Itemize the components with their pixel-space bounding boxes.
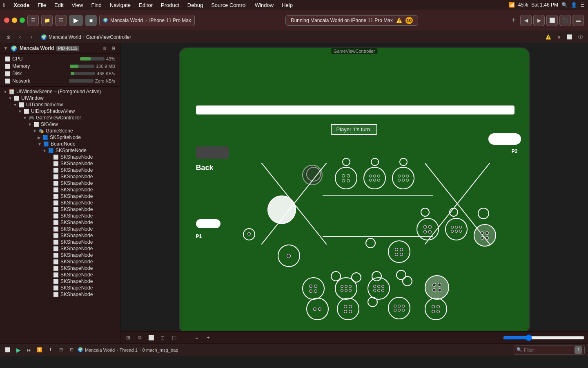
tree-skshapenode-15[interactable]: ⬜SKShapeNode xyxy=(0,252,120,258)
status-thread[interactable]: Thread 1 xyxy=(120,348,138,352)
cpu-metric[interactable]: ⬜ CPU 43% xyxy=(3,55,117,63)
menu-xcode[interactable]: Xcode xyxy=(10,1,33,9)
layout-split-btn[interactable]: ⬜ xyxy=(546,15,558,26)
status-icon-play[interactable]: ▶ xyxy=(14,346,23,355)
pit-bot1[interactable] xyxy=(306,298,329,320)
tree-skshapenode-8[interactable]: ⬜SKShapeNode xyxy=(0,206,120,213)
sksprite-arrow[interactable]: ▶ xyxy=(38,135,41,140)
warning-badge[interactable]: 10 xyxy=(405,17,413,24)
pit-bot3[interactable] xyxy=(388,297,410,319)
tree-skshapenode-20[interactable]: ⬜SKShapeNode xyxy=(0,285,120,291)
menu-help[interactable]: Help xyxy=(278,1,296,9)
disk-metric[interactable]: ⬜ Disk 468 KB/s xyxy=(3,70,117,77)
gamescene-arrow[interactable]: ▼ xyxy=(33,129,37,133)
pit-t2[interactable] xyxy=(363,167,386,189)
close-button[interactable] xyxy=(4,18,9,23)
back-button-preview[interactable] xyxy=(196,146,229,159)
back-nav-btn[interactable]: ‹ xyxy=(15,33,25,42)
tree-uitransition[interactable]: ▼ ⬜ UITransitionView xyxy=(0,101,120,108)
debug-btn-plus[interactable]: + xyxy=(204,333,213,342)
tree-skshapenode-5[interactable]: ⬜SKShapeNode xyxy=(0,186,120,193)
menu-window[interactable]: Window xyxy=(252,1,277,9)
store-right[interactable] xyxy=(474,224,496,247)
tree-skspritenode[interactable]: ▶ 🟦 SKSpriteNode xyxy=(0,134,120,141)
filter-icon[interactable]: ☷ xyxy=(55,15,67,26)
pit-t3[interactable] xyxy=(392,167,414,189)
maximize-button[interactable] xyxy=(20,18,25,23)
forward-nav-btn[interactable]: › xyxy=(26,33,37,42)
zoom-slider[interactable] xyxy=(503,334,585,341)
tree-skshapenode-14[interactable]: ⬜SKShapeNode xyxy=(0,245,120,252)
menu-navigate[interactable]: Navigate xyxy=(107,1,134,9)
expand-arrow[interactable]: ▼ xyxy=(3,45,8,51)
boardnode-arrow[interactable]: ▼ xyxy=(38,142,42,146)
tree-skshapenode-1[interactable]: ⬜SKShapeNode xyxy=(0,160,120,167)
minimize-button[interactable] xyxy=(12,18,17,23)
menu-find[interactable]: Find xyxy=(88,1,105,9)
store-left[interactable] xyxy=(267,195,296,224)
tree-uiwindow[interactable]: ▼ ⬜ UIWindow xyxy=(0,95,120,101)
tree-skshapenode-11[interactable]: ⬜SKShapeNode xyxy=(0,226,120,232)
layout-col-btn[interactable]: ⬛ xyxy=(559,15,571,26)
menu-source-control[interactable]: Source Control xyxy=(208,1,250,9)
debug-btn-copy[interactable]: ⊡ xyxy=(158,333,167,342)
navigator-toggle[interactable]: ☰ xyxy=(27,15,39,26)
root-arrow[interactable]: ▼ xyxy=(3,90,7,94)
menu-debug[interactable]: Debug xyxy=(184,1,206,9)
pit-scatter1[interactable] xyxy=(278,245,300,267)
pit-low3[interactable] xyxy=(368,277,390,300)
tree-skshapenode-17[interactable]: ⬜SKShapeNode xyxy=(0,265,120,272)
menu-edit[interactable]: Edit xyxy=(51,1,67,9)
tree-skview[interactable]: ▼ ⬜ SKView xyxy=(0,121,120,128)
tree-sksprite2[interactable]: ▼ 🟦 SKSpriteNode xyxy=(0,147,120,154)
layout-row-btn[interactable]: ▬ xyxy=(572,15,584,26)
pit-b2[interactable] xyxy=(445,218,468,240)
inspector-btn[interactable]: ⓘ xyxy=(576,33,585,42)
expand-btn[interactable]: ⬜ xyxy=(565,33,574,42)
tree-uidropshadow[interactable]: ▼ ⬜ UIDropShadowView xyxy=(0,108,120,114)
tree-skshapenode-21[interactable]: ⬜SKShapeNode xyxy=(0,291,120,298)
status-icon-step2[interactable]: ⏬ xyxy=(35,346,44,355)
status-icon-step[interactable]: ⏭ xyxy=(24,346,33,355)
pit-t1[interactable] xyxy=(335,167,357,189)
tree-skshapenode-9[interactable]: ⬜SKShapeNode xyxy=(0,213,120,219)
pit-low2[interactable] xyxy=(335,277,357,300)
folder-icon[interactable]: 📁 xyxy=(41,15,53,26)
stop-button[interactable]: ■ xyxy=(85,15,97,26)
apple-menu[interactable]:  xyxy=(3,2,5,8)
tree-skshapenode-7[interactable]: ⬜SKShapeNode xyxy=(0,200,120,206)
tree-gamevc[interactable]: ▼ 🎮 GameViewController xyxy=(0,114,120,121)
debug-btn-minus[interactable]: – xyxy=(181,333,190,342)
menu-view[interactable]: View xyxy=(69,1,87,9)
warning-nav-icon[interactable]: ⚠️ xyxy=(544,33,553,42)
debug-btn-layers[interactable]: ⧉ xyxy=(135,333,144,342)
network-metric[interactable]: ⬜ Network Zero KB/s xyxy=(3,77,117,85)
tree-skshapenode-13[interactable]: ⬜SKShapeNode xyxy=(0,239,120,245)
status-icon-threads[interactable]: ⊞ xyxy=(56,346,65,355)
uidropshadow-arrow[interactable]: ▼ xyxy=(18,109,22,114)
tree-skshapenode-4[interactable]: ⬜SKShapeNode xyxy=(0,180,120,186)
status-icon-navigator[interactable]: ⬜ xyxy=(3,346,12,355)
status-icon-breakpoint[interactable]: ⊡ xyxy=(67,346,76,355)
memory-metric[interactable]: ⬜ Memory 130.9 MB xyxy=(3,63,117,70)
tree-skshapenode-3[interactable]: ⬜SKShapeNode xyxy=(0,173,120,180)
filter-type-btn[interactable]: T xyxy=(575,346,582,354)
debug-btn-equal[interactable]: = xyxy=(192,333,201,342)
forward-toolbar-btn[interactable]: ▶ xyxy=(533,15,545,26)
pit-bot4[interactable] xyxy=(425,298,447,320)
pit-b1[interactable] xyxy=(416,218,439,240)
sksprite2-arrow[interactable]: ▼ xyxy=(42,148,47,153)
tree-skshapenode-2[interactable]: ⬜SKShapeNode xyxy=(0,167,120,173)
pit-low1[interactable] xyxy=(302,277,325,300)
pit-m1[interactable] xyxy=(388,240,410,263)
tree-skshapenode-12[interactable]: ⬜SKShapeNode xyxy=(0,232,120,239)
pause-process-btn[interactable]: ⏸ xyxy=(100,45,108,52)
uitransition-arrow[interactable]: ▼ xyxy=(13,103,17,107)
grid-icon[interactable]: ⊛ xyxy=(3,33,14,42)
tree-gamescene[interactable]: ▼ 🎭 GameScene xyxy=(0,128,120,134)
tree-skshapenode-16[interactable]: ⬜SKShapeNode xyxy=(0,258,120,265)
menu-product[interactable]: Product xyxy=(158,1,183,9)
scheme-selector[interactable]: 🌍 Mancala World › iPhone 11 Pro Max xyxy=(99,15,195,26)
menu-file[interactable]: File xyxy=(34,1,49,9)
breadcrumb-app[interactable]: Mancala World xyxy=(49,34,81,40)
